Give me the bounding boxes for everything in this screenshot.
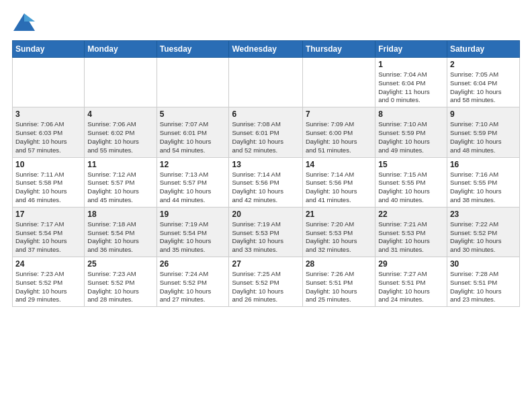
calendar: SundayMondayTuesdayWednesdayThursdayFrid… xyxy=(12,40,520,307)
day-info: Sunrise: 7:28 AM Sunset: 5:51 PM Dayligh… xyxy=(450,270,517,304)
page: SundayMondayTuesdayWednesdayThursdayFrid… xyxy=(0,0,532,314)
calendar-cell: 20Sunrise: 7:19 AM Sunset: 5:53 PM Dayli… xyxy=(229,207,302,257)
calendar-row: 10Sunrise: 7:11 AM Sunset: 5:58 PM Dayli… xyxy=(13,157,520,207)
calendar-cell: 1Sunrise: 7:04 AM Sunset: 6:04 PM Daylig… xyxy=(375,58,447,107)
day-info: Sunrise: 7:23 AM Sunset: 5:52 PM Dayligh… xyxy=(15,270,81,304)
day-info: Sunrise: 7:19 AM Sunset: 5:54 PM Dayligh… xyxy=(160,220,226,255)
day-number: 17 xyxy=(15,210,81,219)
day-info: Sunrise: 7:06 AM Sunset: 6:03 PM Dayligh… xyxy=(15,120,81,154)
calendar-cell: 14Sunrise: 7:14 AM Sunset: 5:56 PM Dayli… xyxy=(302,157,375,207)
calendar-cell: 2Sunrise: 7:05 AM Sunset: 6:04 PM Daylig… xyxy=(447,58,519,107)
weekday-header: Sunday xyxy=(13,41,85,58)
day-number: 11 xyxy=(87,160,153,169)
calendar-cell xyxy=(157,58,229,107)
weekday-header: Saturday xyxy=(447,41,519,58)
day-number: 9 xyxy=(450,109,517,119)
header xyxy=(12,12,520,34)
logo xyxy=(12,12,39,34)
day-number: 24 xyxy=(15,259,81,269)
day-number: 3 xyxy=(15,109,81,119)
day-info: Sunrise: 7:09 AM Sunset: 6:00 PM Dayligh… xyxy=(306,120,372,154)
calendar-cell: 23Sunrise: 7:22 AM Sunset: 5:52 PM Dayli… xyxy=(447,207,519,257)
day-number: 4 xyxy=(87,109,153,119)
day-info: Sunrise: 7:23 AM Sunset: 5:52 PM Dayligh… xyxy=(87,270,153,304)
day-number: 13 xyxy=(232,160,299,169)
day-info: Sunrise: 7:10 AM Sunset: 5:59 PM Dayligh… xyxy=(378,120,444,154)
calendar-cell xyxy=(85,58,157,107)
calendar-cell: 26Sunrise: 7:24 AM Sunset: 5:52 PM Dayli… xyxy=(157,257,229,307)
day-info: Sunrise: 7:05 AM Sunset: 6:04 PM Dayligh… xyxy=(450,71,517,105)
calendar-cell: 15Sunrise: 7:15 AM Sunset: 5:55 PM Dayli… xyxy=(375,157,447,207)
calendar-cell: 12Sunrise: 7:13 AM Sunset: 5:57 PM Dayli… xyxy=(157,157,229,207)
day-info: Sunrise: 7:26 AM Sunset: 5:51 PM Dayligh… xyxy=(306,270,372,304)
day-info: Sunrise: 7:10 AM Sunset: 5:59 PM Dayligh… xyxy=(450,120,517,154)
calendar-cell: 9Sunrise: 7:10 AM Sunset: 5:59 PM Daylig… xyxy=(447,107,519,157)
calendar-header-row: SundayMondayTuesdayWednesdayThursdayFrid… xyxy=(13,41,520,58)
day-number: 26 xyxy=(160,259,226,269)
calendar-cell: 25Sunrise: 7:23 AM Sunset: 5:52 PM Dayli… xyxy=(85,257,157,307)
day-number: 14 xyxy=(306,160,372,169)
calendar-cell: 10Sunrise: 7:11 AM Sunset: 5:58 PM Dayli… xyxy=(13,157,85,207)
day-number: 1 xyxy=(378,60,444,69)
day-info: Sunrise: 7:24 AM Sunset: 5:52 PM Dayligh… xyxy=(160,270,226,304)
calendar-cell: 5Sunrise: 7:07 AM Sunset: 6:01 PM Daylig… xyxy=(157,107,229,157)
calendar-cell: 8Sunrise: 7:10 AM Sunset: 5:59 PM Daylig… xyxy=(375,107,447,157)
day-info: Sunrise: 7:20 AM Sunset: 5:53 PM Dayligh… xyxy=(306,220,372,255)
day-info: Sunrise: 7:14 AM Sunset: 5:56 PM Dayligh… xyxy=(232,171,299,205)
day-info: Sunrise: 7:21 AM Sunset: 5:53 PM Dayligh… xyxy=(378,220,444,255)
day-number: 20 xyxy=(232,210,299,219)
calendar-cell: 6Sunrise: 7:08 AM Sunset: 6:01 PM Daylig… xyxy=(229,107,302,157)
day-number: 22 xyxy=(378,210,444,219)
day-number: 30 xyxy=(450,259,517,269)
day-info: Sunrise: 7:11 AM Sunset: 5:58 PM Dayligh… xyxy=(15,171,81,205)
day-info: Sunrise: 7:13 AM Sunset: 5:57 PM Dayligh… xyxy=(160,171,226,205)
day-info: Sunrise: 7:12 AM Sunset: 5:57 PM Dayligh… xyxy=(87,171,153,205)
day-number: 18 xyxy=(87,210,153,219)
weekday-header: Thursday xyxy=(302,41,375,58)
day-info: Sunrise: 7:27 AM Sunset: 5:51 PM Dayligh… xyxy=(378,270,444,304)
calendar-cell: 7Sunrise: 7:09 AM Sunset: 6:00 PM Daylig… xyxy=(302,107,375,157)
day-info: Sunrise: 7:22 AM Sunset: 5:52 PM Dayligh… xyxy=(450,220,517,255)
calendar-cell: 17Sunrise: 7:17 AM Sunset: 5:54 PM Dayli… xyxy=(13,207,85,257)
calendar-cell: 16Sunrise: 7:16 AM Sunset: 5:55 PM Dayli… xyxy=(447,157,519,207)
calendar-cell: 29Sunrise: 7:27 AM Sunset: 5:51 PM Dayli… xyxy=(375,257,447,307)
day-info: Sunrise: 7:04 AM Sunset: 6:04 PM Dayligh… xyxy=(378,71,444,105)
calendar-cell xyxy=(13,58,85,107)
day-number: 5 xyxy=(160,109,226,119)
calendar-cell xyxy=(229,58,302,107)
day-number: 27 xyxy=(232,259,299,269)
day-number: 8 xyxy=(378,109,444,119)
day-info: Sunrise: 7:14 AM Sunset: 5:56 PM Dayligh… xyxy=(306,171,372,205)
calendar-cell: 18Sunrise: 7:18 AM Sunset: 5:54 PM Dayli… xyxy=(85,207,157,257)
calendar-cell: 21Sunrise: 7:20 AM Sunset: 5:53 PM Dayli… xyxy=(302,207,375,257)
calendar-cell: 22Sunrise: 7:21 AM Sunset: 5:53 PM Dayli… xyxy=(375,207,447,257)
day-number: 15 xyxy=(378,160,444,169)
day-number: 19 xyxy=(160,210,226,219)
day-number: 28 xyxy=(306,259,372,269)
day-info: Sunrise: 7:07 AM Sunset: 6:01 PM Dayligh… xyxy=(160,120,226,154)
day-number: 16 xyxy=(450,160,517,169)
weekday-header: Tuesday xyxy=(157,41,229,58)
calendar-row: 17Sunrise: 7:17 AM Sunset: 5:54 PM Dayli… xyxy=(13,207,520,257)
calendar-cell: 24Sunrise: 7:23 AM Sunset: 5:52 PM Dayli… xyxy=(13,257,85,307)
day-info: Sunrise: 7:06 AM Sunset: 6:02 PM Dayligh… xyxy=(87,120,153,154)
weekday-header: Friday xyxy=(375,41,447,58)
calendar-cell: 3Sunrise: 7:06 AM Sunset: 6:03 PM Daylig… xyxy=(13,107,85,157)
calendar-cell: 4Sunrise: 7:06 AM Sunset: 6:02 PM Daylig… xyxy=(85,107,157,157)
day-number: 29 xyxy=(378,259,444,269)
day-info: Sunrise: 7:08 AM Sunset: 6:01 PM Dayligh… xyxy=(232,120,299,154)
calendar-cell: 11Sunrise: 7:12 AM Sunset: 5:57 PM Dayli… xyxy=(85,157,157,207)
calendar-row: 24Sunrise: 7:23 AM Sunset: 5:52 PM Dayli… xyxy=(13,257,520,307)
calendar-cell: 19Sunrise: 7:19 AM Sunset: 5:54 PM Dayli… xyxy=(157,207,229,257)
calendar-cell xyxy=(302,58,375,107)
logo-icon xyxy=(12,12,36,34)
calendar-cell: 30Sunrise: 7:28 AM Sunset: 5:51 PM Dayli… xyxy=(447,257,519,307)
svg-marker-1 xyxy=(24,13,35,21)
day-number: 7 xyxy=(306,109,372,119)
day-info: Sunrise: 7:25 AM Sunset: 5:52 PM Dayligh… xyxy=(232,270,299,304)
day-number: 10 xyxy=(15,160,81,169)
day-info: Sunrise: 7:15 AM Sunset: 5:55 PM Dayligh… xyxy=(378,171,444,205)
day-number: 6 xyxy=(232,109,299,119)
calendar-row: 1Sunrise: 7:04 AM Sunset: 6:04 PM Daylig… xyxy=(13,58,520,107)
day-info: Sunrise: 7:16 AM Sunset: 5:55 PM Dayligh… xyxy=(450,171,517,205)
